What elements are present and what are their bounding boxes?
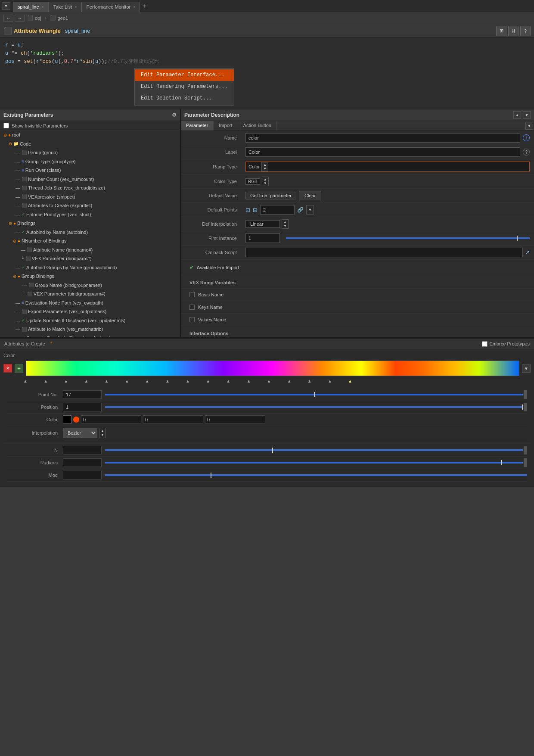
position-scrollbar[interactable]: [524, 403, 527, 411]
tree-groupautobind[interactable]: — ✓ Autobind Groups by Name (groupautobi…: [0, 263, 180, 272]
get-from-param-button[interactable]: Get from parameter: [245, 192, 296, 199]
tree-bindname[interactable]: — ⬛ Attribute Name (bindname#): [0, 246, 180, 255]
toolbar-grid-btn[interactable]: ⊞: [496, 26, 506, 36]
show-invisible-row[interactable]: Show Invisible Parameters: [0, 121, 180, 131]
tree-inplace[interactable]: — ✓ Compute Results In Place (vex_inplac…: [0, 334, 180, 337]
basis-checkbox[interactable]: [189, 292, 195, 297]
cp11[interactable]: ▲: [226, 379, 230, 383]
color-remove-button[interactable]: ×: [3, 364, 12, 373]
cp10[interactable]: ▲: [206, 379, 210, 383]
cp16[interactable]: ▲: [328, 379, 332, 383]
back-button[interactable]: ←: [3, 15, 13, 22]
cp14[interactable]: ▲: [287, 379, 292, 383]
first-instance-slider[interactable]: [286, 237, 530, 239]
panel-scroll-up[interactable]: ▲: [513, 111, 521, 119]
label-input[interactable]: [245, 147, 520, 157]
points-link-icon[interactable]: 🔗: [297, 207, 304, 213]
tree-bindings-folder[interactable]: ⊖ ● Bindings: [0, 219, 180, 228]
cp4[interactable]: ▲: [84, 379, 88, 383]
ctx-edit-param-interface[interactable]: Edit Parameter Interface...: [135, 69, 234, 81]
tree-bindgroupname[interactable]: — ⬛ Group Name (bindgroupname#): [0, 281, 180, 290]
tree-root[interactable]: ⊖ ● root: [0, 131, 180, 140]
mod-param-input[interactable]: 1.05: [63, 471, 102, 479]
tab-take-list[interactable]: Take List ×: [49, 2, 82, 12]
color-channel-b[interactable]: 0: [205, 415, 265, 424]
cp3[interactable]: ▲: [64, 379, 68, 383]
tree-exportlist[interactable]: — ⬛ Attributes to Create (exportlist): [0, 201, 180, 210]
color-swatch[interactable]: [63, 415, 71, 424]
cp12[interactable]: ▲: [246, 379, 251, 383]
name-input[interactable]: [245, 133, 520, 143]
tree-updatenmls[interactable]: — ✓ Update Normals If Displaced (vex_upd…: [0, 316, 180, 325]
color-ramp-gradient[interactable]: [26, 361, 519, 376]
interp-spinner[interactable]: ▲▼: [99, 428, 106, 438]
forward-button[interactable]: →: [15, 15, 25, 22]
cp8[interactable]: ▲: [165, 379, 170, 383]
n-slider[interactable]: [105, 449, 523, 451]
clear-button[interactable]: Clear: [299, 191, 321, 200]
def-interp-spinner[interactable]: ▲▼: [282, 219, 289, 229]
point-no-input[interactable]: 17: [63, 390, 102, 399]
cp17-selected[interactable]: ▲: [348, 379, 352, 383]
param-panel-pin[interactable]: ▼: [525, 122, 533, 130]
color-channel-r[interactable]: 0: [81, 415, 141, 424]
ramp-type-spinner[interactable]: ▲▼: [261, 162, 268, 171]
tab-add-button[interactable]: +: [140, 2, 149, 10]
tab-performance-monitor[interactable]: Performance Monitor ×: [81, 2, 140, 12]
code-editor[interactable]: r = u; u *= ch('radians'); pos = set(r*c…: [0, 38, 534, 109]
callback-input[interactable]: [245, 248, 523, 257]
tree-code-folder[interactable]: ⊖ 📁 Code: [0, 140, 180, 149]
cp6[interactable]: ▲: [125, 379, 129, 383]
tree-group[interactable]: — ⬛ Group (group): [0, 148, 180, 157]
tab-import[interactable]: Import: [214, 121, 238, 131]
position-input[interactable]: 1: [63, 403, 102, 411]
tab-spiral-close[interactable]: ×: [42, 5, 44, 9]
tree-vexstrict[interactable]: — ✓ Enforce Prototypes (vex_strict): [0, 210, 180, 219]
tree-runover[interactable]: — ≡ Run Over (class): [0, 166, 180, 175]
n-param-input[interactable]: 2391: [63, 446, 102, 454]
points-dropdown[interactable]: ▼: [306, 205, 314, 215]
color-type-spinner[interactable]: ▲▼: [262, 177, 269, 186]
ctx-edit-rendering-params[interactable]: Edit Rendering Parameters...: [135, 81, 234, 93]
cp15[interactable]: ▲: [307, 379, 312, 383]
label-help-icon[interactable]: ?: [523, 149, 530, 156]
radians-scrollbar[interactable]: [524, 458, 527, 467]
color-down-button[interactable]: ▼: [522, 364, 531, 373]
position-slider[interactable]: [105, 406, 523, 408]
n-scrollbar[interactable]: [524, 446, 527, 454]
tree-numcount[interactable]: — ⬛ Number Count (vex_numcount): [0, 175, 180, 184]
point-no-scrollbar[interactable]: [524, 390, 527, 399]
tab-perf-close[interactable]: ×: [133, 5, 135, 9]
cp9[interactable]: ▲: [186, 379, 190, 383]
toolbar-h-btn[interactable]: H: [508, 26, 518, 36]
panel-scroll-down[interactable]: ▼: [523, 111, 531, 119]
values-checkbox[interactable]: [189, 317, 195, 322]
tree-vexpression[interactable]: — ⬛ VEXpression (snippet): [0, 193, 180, 202]
tree-bindgroupparm[interactable]: └ ⬛ VEX Parameter (bindgroupparm#): [0, 289, 180, 299]
point-no-slider[interactable]: [105, 394, 523, 395]
tree-groupbindings-folder[interactable]: ⊖ ● Group Bindings: [0, 272, 180, 281]
tab-take-list-close[interactable]: ×: [75, 5, 77, 9]
tree-matchattrib[interactable]: — ⬛ Attribute to Match (vex_matchattrib): [0, 325, 180, 334]
color-add-button[interactable]: +: [15, 364, 23, 373]
tab-spiral-line[interactable]: spiral_line ×: [13, 2, 49, 12]
cp5[interactable]: ▲: [105, 379, 109, 383]
name-info-icon[interactable]: i: [523, 134, 530, 141]
tree-grouptype[interactable]: — ≡ Group Type (grouptype): [0, 157, 180, 166]
gear-icon[interactable]: ⚙: [172, 112, 177, 118]
script-link-icon[interactable]: ↗: [525, 249, 530, 255]
tree-outputmask[interactable]: — ⬛ Export Parameters (vex_outputmask): [0, 307, 180, 316]
toolbar-help-btn[interactable]: ?: [520, 26, 531, 36]
enforce-prototypes-checkbox[interactable]: [482, 341, 487, 347]
tree-cwdpath[interactable]: — ≡ Evaluation Node Path (vex_cwdpath): [0, 299, 180, 308]
cp2[interactable]: ▲: [43, 379, 48, 383]
tree-threadjobsize[interactable]: — ⬛ Thread Job Size (vex_threadjobsize): [0, 184, 180, 193]
keys-checkbox[interactable]: [189, 305, 195, 310]
interpolation-select[interactable]: Bezier: [63, 428, 97, 438]
tab-nav-pin[interactable]: ▼: [2, 2, 10, 10]
ctx-edit-deletion-script[interactable]: Edit Deletion Script...: [135, 93, 234, 104]
default-points-input[interactable]: [260, 205, 295, 215]
show-invisible-checkbox[interactable]: [3, 123, 9, 128]
tab-parameter[interactable]: Parameter: [181, 121, 214, 131]
mod-slider[interactable]: [105, 474, 527, 476]
